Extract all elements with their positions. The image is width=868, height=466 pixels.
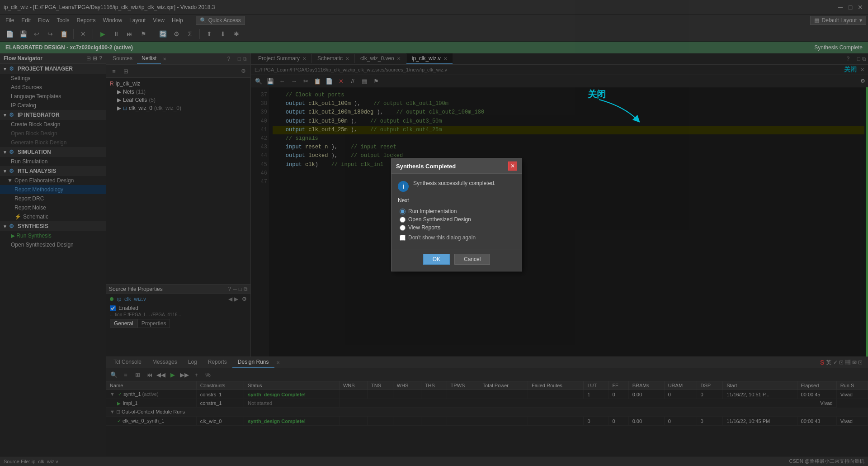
- dialog-radio-run-impl: Run Implementation: [398, 207, 515, 215]
- dialog-info-icon: i: [398, 181, 409, 192]
- dialog-buttons: OK Cancel: [392, 249, 522, 271]
- close-annotation-text: 关闭: [588, 89, 606, 99]
- dialog-body: i Synthesis successfully completed. Next…: [392, 174, 522, 246]
- open-synth-radio[interactable]: [400, 217, 406, 223]
- dont-show-label: Don't show this dialog again: [408, 234, 476, 241]
- dialog-info-text: Synthesis successfully completed.: [413, 180, 495, 186]
- dialog-overlay: 关闭 Synthesis Completed ✕ i Synthesis suc…: [0, 0, 868, 466]
- close-annotation: 关闭: [588, 88, 606, 100]
- dialog-next-label: Next: [398, 197, 515, 204]
- run-impl-label: Run Implementation: [408, 208, 457, 214]
- dialog-ok-button[interactable]: OK: [423, 254, 450, 265]
- view-reports-radio[interactable]: [400, 225, 406, 231]
- dialog-dont-show-row: Don't show this dialog again: [398, 232, 515, 242]
- view-reports-label: View Reports: [408, 224, 440, 231]
- run-impl-radio[interactable]: [400, 209, 406, 214]
- annotation-arrow: [597, 97, 642, 124]
- dialog-close-button[interactable]: ✕: [508, 162, 517, 171]
- dialog-info-row: i Synthesis successfully completed.: [398, 180, 515, 192]
- dialog-title-text: Synthesis Completed: [396, 163, 456, 170]
- open-synth-label: Open Synthesized Design: [408, 216, 471, 223]
- synthesis-completed-dialog: Synthesis Completed ✕ i Synthesis succes…: [391, 158, 522, 271]
- dialog-titlebar: Synthesis Completed ✕: [392, 159, 522, 174]
- dialog-radio-open-synth: Open Synthesized Design: [398, 215, 515, 223]
- dialog-cancel-button[interactable]: Cancel: [454, 254, 490, 265]
- dialog-radio-view-reports: View Reports: [398, 223, 515, 232]
- dont-show-checkbox[interactable]: [400, 235, 406, 241]
